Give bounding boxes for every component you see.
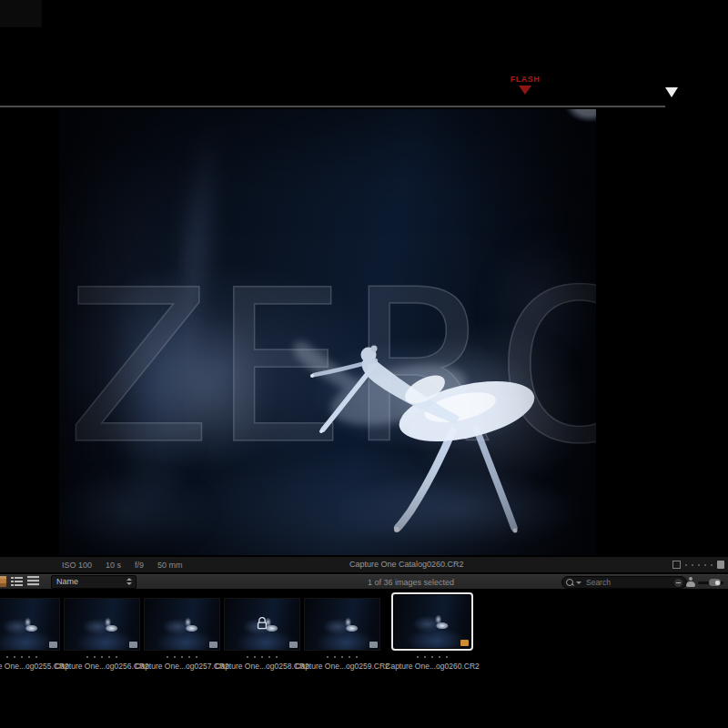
rating-dots[interactable] [6,652,37,661]
thumbnail-cell[interactable]: Capture One...og0258.CR2 [224,598,300,672]
thumbnail-filename: Capture One...og0259.CR2 [295,661,389,672]
user-icon[interactable] [686,577,695,587]
thumbnail-image[interactable] [304,598,380,651]
thumbnail-frame[interactable] [224,598,300,651]
thumbnail-filename: Capture One...og0260.CR2 [385,661,479,672]
search-box[interactable] [561,576,687,589]
flash-indicator[interactable]: FLASH [510,75,541,95]
details-view-icon[interactable] [27,576,39,587]
search-icon [566,579,573,586]
thumbnail-cell[interactable]: Capture One...og0256.CR2 [64,598,140,672]
edit-badge-icon [289,642,298,648]
ceiling-light [565,109,596,122]
edit-badge-icon [460,640,469,646]
lock-icon [255,616,269,631]
edit-badge-icon [49,642,57,648]
panel-handle-icon[interactable] [717,561,724,569]
search-input[interactable] [584,577,672,588]
thumbnail-view-icon[interactable] [0,576,6,587]
view-mode-buttons: Name [0,574,136,589]
tag-square-icon[interactable] [672,561,681,569]
collapse-triangle-icon[interactable] [665,87,678,97]
thumbnail-cell[interactable]: Capture One...og0259.CR2 [304,598,380,672]
top-left-panel [0,0,42,27]
clear-filter-icon[interactable] [674,579,682,587]
main-photo[interactable]: ZERO [59,109,596,555]
thumbnail-frame[interactable] [0,598,60,651]
thumbnail-frame[interactable] [391,592,473,651]
rating-dots[interactable] [167,652,197,661]
browser-toolbar: Name 1 of 36 images selected [0,573,728,590]
viewer-area: ZERO [0,109,728,557]
thumbnail-cell[interactable]: Capture One...og0255.CR2 [0,598,60,672]
dropdown-arrows-icon [126,578,132,585]
rating-dots[interactable] [417,652,448,661]
sort-by-dropdown[interactable]: Name [51,575,136,589]
edit-badge-icon [129,642,137,648]
rating-dots[interactable] [327,652,358,661]
ballerina-figure [287,329,551,548]
shutter-value: 10 s [106,561,121,570]
flash-arrow-icon [519,86,531,95]
active-filename: Capture One Catalog0260.CR2 [349,557,464,572]
slider-handle[interactable] [709,579,721,586]
list-view-icon[interactable] [11,576,23,587]
thumbnail-image[interactable] [64,598,140,651]
thumbnail-image[interactable] [224,598,300,651]
thumbnail-cell[interactable]: Capture One...og0260.CR2 [391,592,473,672]
rating-dots[interactable] [247,652,278,661]
top-separator-line [0,106,665,107]
thumbnail-cell[interactable]: Capture One...og0257.CR2 [144,598,220,672]
selection-status: 1 of 36 images selected [368,574,454,591]
search-scope-caret-icon[interactable] [576,581,581,584]
aperture-value: f/9 [135,561,144,570]
thumbnail-frame[interactable] [304,598,380,651]
viewer-info-bar: ISO 100 10 s f/9 50 mm Capture One Catal… [0,557,728,572]
sort-by-value: Name [56,577,78,586]
focal-length-value: 50 mm [157,561,183,570]
filmstrip-row: Capture One...og0255.CR2 Capture One...o… [0,592,473,672]
capture-one-window: FLASH ZERO [0,0,728,728]
thumbnail-size-slider[interactable] [698,581,723,584]
top-bar: FLASH [0,0,728,109]
edit-badge-icon [369,642,378,648]
info-bar-right [672,557,724,572]
flash-label: FLASH [510,75,541,84]
rating-dots[interactable] [86,652,117,661]
rating-dots[interactable] [685,564,713,566]
edit-badge-icon [209,642,217,648]
thumbnail-frame[interactable] [144,598,220,651]
thumbnail-image[interactable] [394,595,470,648]
thumbnail-image[interactable] [0,598,60,651]
filmstrip: Capture One...og0255.CR2 Capture One...o… [0,590,728,728]
thumbnail-image[interactable] [144,598,220,651]
iso-value: ISO 100 [62,561,92,570]
exif-info: ISO 100 10 s f/9 50 mm [62,557,183,572]
thumbnail-frame[interactable] [64,598,140,651]
